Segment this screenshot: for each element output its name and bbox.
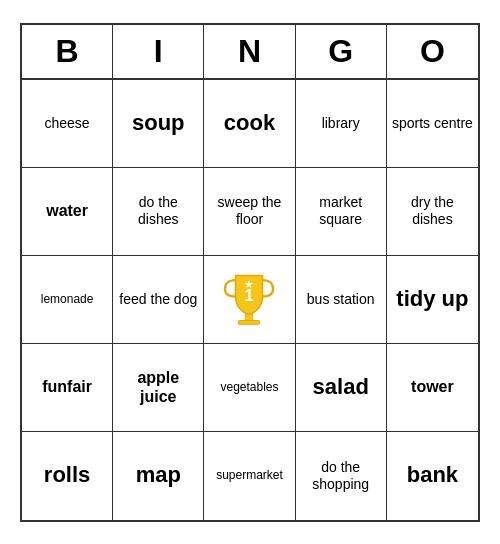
bingo-cell-7: sweep the floor — [204, 168, 295, 256]
bingo-cell-12: 1 ★ — [204, 256, 295, 344]
bingo-cell-1: soup — [113, 80, 204, 168]
bingo-cell-22: supermarket — [204, 432, 295, 520]
bingo-cell-16: apple juice — [113, 344, 204, 432]
bingo-cell-0: cheese — [22, 80, 113, 168]
bingo-cell-14: tidy up — [387, 256, 478, 344]
bingo-cell-24: bank — [387, 432, 478, 520]
header-letter-n: N — [204, 25, 295, 78]
bingo-cell-3: library — [296, 80, 387, 168]
bingo-cell-11: feed the dog — [113, 256, 204, 344]
bingo-cell-21: map — [113, 432, 204, 520]
bingo-header: BINGO — [22, 25, 478, 80]
bingo-cell-13: bus station — [296, 256, 387, 344]
bingo-cell-20: rolls — [22, 432, 113, 520]
bingo-card: BINGO cheesesoupcooklibrarysports centre… — [20, 23, 480, 522]
bingo-cell-23: do the shopping — [296, 432, 387, 520]
bingo-grid: cheesesoupcooklibrarysports centrewaterd… — [22, 80, 478, 520]
header-letter-b: B — [22, 25, 113, 78]
bingo-cell-9: dry the dishes — [387, 168, 478, 256]
bingo-cell-19: tower — [387, 344, 478, 432]
bingo-cell-2: cook — [204, 80, 295, 168]
svg-text:★: ★ — [244, 277, 254, 289]
header-letter-i: I — [113, 25, 204, 78]
header-letter-g: G — [296, 25, 387, 78]
bingo-cell-5: water — [22, 168, 113, 256]
trophy-icon: 1 ★ — [219, 267, 279, 332]
bingo-cell-18: salad — [296, 344, 387, 432]
bingo-cell-6: do the dishes — [113, 168, 204, 256]
bingo-cell-8: market square — [296, 168, 387, 256]
bingo-cell-10: lemonade — [22, 256, 113, 344]
bingo-cell-15: funfair — [22, 344, 113, 432]
bingo-cell-4: sports centre — [387, 80, 478, 168]
header-letter-o: O — [387, 25, 478, 78]
bingo-cell-17: vegetables — [204, 344, 295, 432]
svg-rect-0 — [246, 314, 254, 320]
svg-rect-1 — [239, 320, 260, 324]
